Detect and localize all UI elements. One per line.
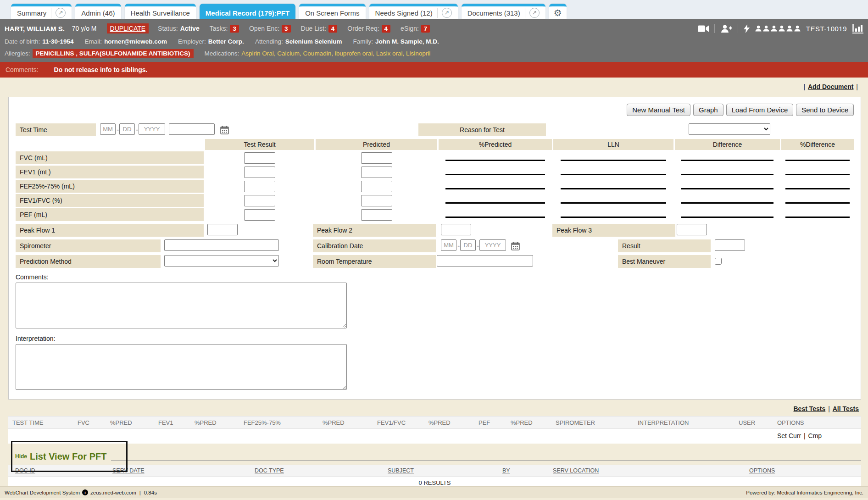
options-sort-link[interactable]: OPTIONS [749, 467, 775, 474]
tab-admin[interactable]: Admin (46) [75, 4, 121, 19]
interpretation-textarea[interactable] [16, 344, 347, 390]
pft-list-view-section: Hide List View For PFT DOC ID SERV DATE … [8, 448, 861, 489]
separator: | [139, 490, 142, 495]
comments-textarea[interactable] [16, 283, 347, 328]
fef2575-test-result-input[interactable] [244, 181, 275, 192]
tasks-count-badge[interactable]: 3 [230, 25, 239, 33]
fvc-predicted-input[interactable] [361, 152, 392, 164]
serv-location-sort-link[interactable]: SERV LOCATION [553, 467, 599, 474]
tasks-field: Tasks: 3 [210, 25, 239, 33]
bar-chart-icon[interactable] [852, 24, 863, 33]
popup-arrow-icon[interactable]: ↗ [529, 8, 540, 18]
tab-health-surveillance[interactable]: Health Surveillance [125, 4, 196, 19]
fef2575-predicted-input[interactable] [361, 181, 392, 192]
add-user-icon[interactable] [720, 25, 732, 33]
due-list-count-badge[interactable]: 4 [328, 25, 338, 33]
tab-settings[interactable]: ⚙ [549, 4, 567, 19]
reason-for-test-select[interactable] [689, 123, 770, 135]
peak-flow-2-input[interactable] [441, 224, 471, 235]
fvc-predicted-cell [316, 151, 437, 164]
fev1-test-result-input[interactable] [244, 167, 275, 178]
status-value: Active [180, 25, 200, 32]
tab-needs-signed-popup[interactable]: ↗ [437, 8, 452, 18]
add-document-link[interactable]: Add Document [808, 83, 854, 90]
spirometer-input[interactable] [164, 239, 279, 251]
user-icon[interactable] [771, 25, 777, 32]
pef-predicted-cell [316, 208, 437, 221]
user-icon[interactable] [755, 25, 762, 32]
duplicate-badge[interactable]: DUPLICATE [107, 23, 149, 33]
hide-link[interactable]: Hide [15, 453, 27, 460]
chart-id: TEST-10019 [806, 25, 847, 33]
fev1fvc-predicted-input[interactable] [361, 195, 392, 206]
blank-line [785, 188, 849, 189]
test-time-input[interactable] [169, 123, 215, 135]
tab-documents[interactable]: Documents (313) ↗ [462, 4, 545, 19]
calendar-icon[interactable] [220, 123, 229, 136]
tab-summary-popup[interactable]: ↗ [51, 8, 66, 18]
fvc-test-result-input[interactable] [244, 152, 275, 164]
test-day-input[interactable] [119, 123, 135, 135]
divider [738, 24, 738, 33]
pef-test-result-input[interactable] [244, 209, 275, 221]
calibration-month-input[interactable] [441, 239, 456, 251]
tab-summary[interactable]: Summary ↗ [11, 4, 72, 19]
tab-needs-signed[interactable]: Needs Signed (12) ↗ [369, 4, 458, 19]
order-req-count-badge[interactable]: 4 [382, 25, 391, 33]
graph-button[interactable]: Graph [693, 104, 723, 116]
peak-flow-2-label: Peak Flow 2 [313, 224, 436, 237]
by-sort-link[interactable]: BY [502, 467, 510, 474]
serv-date-sort-link[interactable]: SERV DATE [112, 467, 145, 474]
fev1fvc-test-result-input[interactable] [244, 195, 275, 206]
prediction-method-select[interactable] [164, 255, 279, 267]
best-maneuver-checkbox[interactable] [715, 258, 722, 265]
fev1-test-result-cell [205, 166, 314, 178]
test-month-input[interactable] [100, 123, 116, 135]
video-camera-icon[interactable] [698, 25, 709, 32]
calendar-icon[interactable] [511, 239, 520, 252]
tab-documents-popup[interactable]: ↗ [525, 8, 540, 18]
info-icon[interactable]: i [82, 489, 88, 495]
load-from-device-button[interactable]: Load From Device [726, 104, 794, 116]
best-tests-link[interactable]: Best Tests [793, 405, 825, 412]
calibration-year-input[interactable] [479, 239, 506, 251]
settings-gear-icon[interactable]: ⚙ [554, 8, 562, 17]
tab-medical-record[interactable]: Medical Record (179):PFT [200, 4, 295, 19]
lightning-bolt-icon[interactable] [744, 24, 750, 33]
test-year-input[interactable] [139, 123, 165, 135]
esign-count-badge[interactable]: 7 [421, 25, 430, 33]
medications-list[interactable]: Aspirin Oral, Calcium, Coumadin, ibuprof… [241, 50, 430, 57]
user-icon[interactable] [779, 25, 785, 32]
open-enc-count-badge[interactable]: 3 [282, 25, 291, 33]
fev1-predicted-input[interactable] [361, 167, 392, 178]
prediction-method-label: Prediction Method [16, 255, 161, 268]
new-manual-test-button[interactable]: New Manual Test [627, 104, 690, 116]
send-to-device-button[interactable]: Send to Device [796, 104, 854, 116]
peak-flow-3-input[interactable] [677, 224, 707, 235]
set-curr-link[interactable]: Set Curr [777, 432, 801, 439]
user-icon[interactable] [794, 25, 801, 32]
allergies-badge[interactable]: PENICILLINS , SULFA(SULFONAMIDE ANTIBIOT… [33, 49, 194, 58]
pef-predicted-input[interactable] [361, 209, 392, 221]
patient-header: HART, WILLIAM S. 70 y/o M DUPLICATE Stat… [0, 19, 868, 62]
calibration-day-input[interactable] [460, 239, 476, 251]
medications-label: Medications: [205, 50, 239, 57]
peak-flow-1-input[interactable] [207, 224, 238, 235]
doc-id-sort-link[interactable]: DOC ID [15, 467, 35, 474]
row-label-fvc: FVC (mL) [16, 151, 204, 164]
all-tests-link[interactable]: All Tests [833, 405, 859, 412]
family-field: Family:John M. Sample, M.D. [353, 38, 439, 45]
doc-type-sort-link[interactable]: DOC TYPE [255, 467, 284, 474]
employer-field: Employer:Better Corp. [178, 38, 244, 45]
tab-on-screen-forms[interactable]: On Screen Forms [299, 4, 365, 19]
popup-arrow-icon[interactable]: ↗ [442, 8, 452, 18]
footer-system-name: WebChart Development System [5, 490, 80, 495]
subject-sort-link[interactable]: SUBJECT [388, 467, 414, 474]
popup-arrow-icon[interactable]: ↗ [56, 8, 66, 18]
room-temperature-input[interactable] [437, 255, 533, 267]
comments-bar-label: Comments: [6, 66, 39, 73]
cmp-link[interactable]: Cmp [808, 432, 822, 439]
user-icon[interactable] [763, 25, 769, 32]
user-icon[interactable] [786, 25, 793, 32]
result-input[interactable] [715, 239, 745, 251]
